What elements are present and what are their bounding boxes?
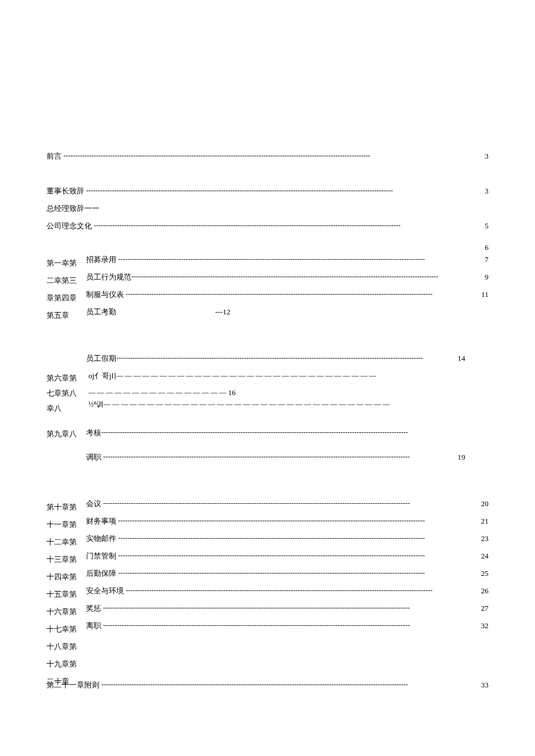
leader-dashes: — — — — — — — — — — — — — — — — — — — — … — [116, 371, 488, 380]
spacer — [47, 324, 488, 353]
label: oj亻哥jl] — [88, 371, 116, 381]
page-number: 27 — [481, 604, 488, 613]
label: 员工考勤 — [86, 307, 116, 317]
chapter-column: 第六章第七章第八幸八 — [47, 371, 83, 417]
toc-appendix: 第二十一章附则 --------------------------------… — [47, 680, 488, 697]
chapter-column: 第九章八 — [47, 428, 80, 470]
toc-page: 前言 -------------------------------------… — [0, 0, 535, 697]
label: 制服与仪表 — [86, 289, 124, 300]
label: 招募录用 — [86, 255, 116, 265]
page-number: 11 — [481, 290, 488, 299]
content-column: 6 招募录用 ---------------------------------… — [86, 243, 488, 324]
label: 前言 — [47, 151, 62, 162]
page-number: 32 — [481, 621, 488, 630]
label: ½ᴮ训 — [88, 400, 104, 410]
toc-reward: 奖惩 -------------------------------------… — [86, 603, 488, 621]
page-only: 6 — [86, 243, 488, 255]
toc-culture: 公司理念文化 ---------------------------------… — [47, 221, 488, 238]
page-number: 3 — [485, 187, 489, 196]
label: 考核 — [86, 428, 101, 438]
label: 门禁管制 — [86, 551, 116, 561]
toc-logistics: 后勤保障 -----------------------------------… — [86, 568, 488, 586]
leader-dashes: ----------------------------------------… — [103, 604, 481, 612]
leader-dashes: ----------------------------------------… — [103, 621, 481, 630]
chapters-text: 第十章第十一章第十二幸第十三章第十四幸第十五章第十六章第十七幸第十八章第十九章第… — [47, 499, 80, 690]
leader-dashes: ----------------------------------------… — [131, 273, 485, 281]
toc-mail: 实物邮件 -----------------------------------… — [86, 533, 488, 551]
spacer — [47, 470, 488, 499]
page-number: 21 — [481, 517, 488, 526]
page-number: 33 — [481, 680, 488, 690]
leader-dashes: ----------------------------------------… — [103, 453, 458, 461]
toc-uniform: 制服与仪表 ----------------------------------… — [86, 289, 488, 307]
toc-chairman: 董事长致辞 ----------------------------------… — [47, 186, 488, 203]
toc-section-1: 第一幸第二幸第三章第四章第五章 6 招募录用 -----------------… — [47, 243, 488, 324]
toc-meeting: 会议 -------------------------------------… — [86, 499, 488, 516]
leader-dashes: ----------------------------------------… — [118, 534, 481, 543]
label: 员工假期 — [86, 353, 116, 364]
label: 第二十一章附则 — [47, 680, 99, 690]
chapter-column: 第一幸第二幸第三章第四章第五章 — [47, 243, 80, 324]
toc-train: ½ᴮ训 — — — — — — — — — — — — — — — — — — … — [88, 400, 488, 417]
toc-section-2a: 第六章第七章第八幸八 oj亻哥jl] — — — — — — — — — — —… — [47, 371, 488, 417]
label: 安全与环境 — [86, 586, 124, 596]
toc-attendance: 员工考勤 ---12 — [86, 307, 488, 324]
spacer — [47, 169, 488, 186]
page-number: 7 — [485, 255, 489, 264]
toc-section-2b: 第九章八 考核 --------------------------------… — [47, 428, 488, 470]
chapters-text: 第一幸第二幸第三章第四章第五章 — [47, 255, 80, 324]
leader-dashes: ----------------------------------------… — [118, 517, 481, 525]
label: 财务事项 — [86, 516, 116, 526]
page-number: 24 — [481, 551, 488, 561]
label: 调职 — [86, 452, 101, 463]
toc-recruit: 招募录用 -----------------------------------… — [86, 255, 488, 272]
toc-exam: 考核 -------------------------------------… — [86, 428, 488, 445]
leader-dashes: ----------------------------------------… — [116, 354, 458, 363]
toc-finance: 财务事项 -----------------------------------… — [86, 516, 488, 533]
toc-leave: 员工假期 -----------------------------------… — [47, 353, 488, 371]
leader-dashes: ----------------------------------------… — [126, 586, 481, 595]
page-number: 16 — [228, 388, 236, 397]
toc-door: 门禁管制 -----------------------------------… — [86, 551, 488, 568]
leader-dashes: ----------------------------------------… — [86, 187, 484, 195]
toc-garbled-page: — — — — — — — — — — — — — — — — 16 — [88, 388, 488, 400]
label: 后勤保障 — [86, 568, 116, 579]
label: 会议 — [86, 499, 101, 509]
page-number: 20 — [481, 499, 488, 508]
label: 奖惩 — [86, 603, 101, 614]
page-number: 3 — [485, 152, 489, 161]
toc-resign: 离职 -------------------------------------… — [86, 621, 488, 638]
leader-dashes: ----------------------------------------… — [101, 428, 488, 437]
leader-dashes: ----------------------------------------… — [126, 290, 481, 299]
toc-gm: 总经理致辞一一 — [47, 203, 488, 221]
leader-dashes: ----------------------------------------… — [101, 680, 481, 689]
page-number: 26 — [481, 586, 488, 596]
page-number: ---12 — [215, 307, 230, 317]
leader-dashes: ----------------------------------------… — [63, 152, 484, 160]
leader-dashes: ----------------------------------------… — [118, 551, 481, 560]
content-column: 考核 -------------------------------------… — [86, 428, 488, 470]
toc-garbled: oj亻哥jl] — — — — — — — — — — — — — — — — … — [88, 371, 488, 388]
label: 离职 — [86, 621, 101, 631]
leader-dashes: — — — — — — — — — — — — — — — — — — — — … — [104, 400, 488, 409]
label: 员工行为规范 — [86, 272, 131, 282]
page-number: 14 — [458, 354, 465, 363]
page-number: 25 — [481, 569, 488, 578]
page-number: 23 — [481, 534, 488, 543]
leader-dashes: ----------------------------------------… — [118, 255, 484, 264]
content-column: 会议 -------------------------------------… — [86, 499, 488, 690]
page-number: 9 — [485, 273, 489, 282]
toc-conduct: 员工行为规范 ---------------------------------… — [86, 272, 488, 289]
label: 总经理致辞一一 — [47, 203, 99, 214]
chapters-text: 第六章第七章第八幸八 — [47, 371, 83, 416]
chapter-column: 第十章第十一章第十二幸第十三章第十四幸第十五章第十六章第十七幸第十八章第十九章第… — [47, 499, 80, 690]
leader-dashes: — — — — — — — — — — — — — — — — — [88, 388, 226, 397]
toc-safety: 安全与环境 ----------------------------------… — [86, 586, 488, 603]
label: 公司理念文化 — [47, 221, 92, 231]
toc-preface: 前言 -------------------------------------… — [47, 151, 488, 169]
label: 董事长致辞 — [47, 186, 84, 196]
toc-section-3: 第十章第十一章第十二幸第十三章第十四幸第十五章第十六章第十七幸第十八章第十九章第… — [47, 499, 488, 690]
leader-dashes: ----------------------------------------… — [118, 569, 481, 578]
leader-dashes: ----------------------------------------… — [94, 221, 484, 230]
toc-transfer: 调职 -------------------------------------… — [86, 452, 488, 470]
